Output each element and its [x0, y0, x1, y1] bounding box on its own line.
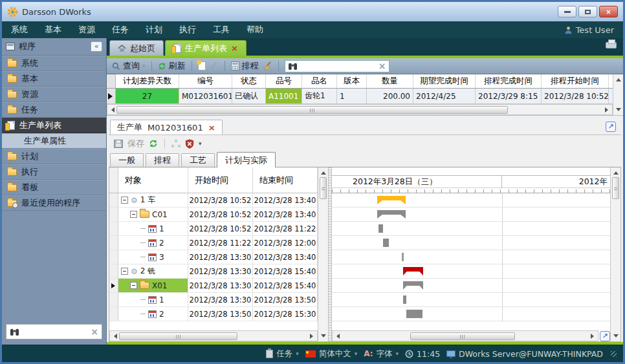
chevron-down-icon[interactable]: ▾ [199, 140, 202, 147]
scrollbar-thumb[interactable] [410, 332, 515, 340]
tab-production-order-list[interactable]: 生产单列表 × [165, 40, 247, 56]
scroll-down-icon[interactable] [616, 108, 621, 114]
menu-plan[interactable]: 计划 [146, 24, 162, 36]
validate-shield-icon[interactable] [185, 139, 194, 149]
gantt-vertical-scrollbar[interactable] [610, 167, 620, 341]
menu-execute[interactable]: 执行 [179, 24, 196, 36]
col-qty[interactable]: 数量 [367, 74, 413, 88]
gantt-summary-bar[interactable] [403, 281, 423, 290]
col-sched-finish[interactable]: 排程完成时间 [476, 74, 542, 88]
scroll-right-icon[interactable] [591, 334, 597, 339]
menu-resource[interactable]: 资源 [78, 24, 95, 36]
col-item-name[interactable]: 品名 [302, 74, 337, 88]
gantt-popout-icon[interactable]: ↗ [600, 331, 610, 341]
col-sched-start[interactable]: 排程开始时间 [542, 74, 609, 88]
current-user[interactable]: Test User [564, 25, 614, 35]
tree-row[interactable]: 1 2012/3/28 10:52 2012/3/28 11:22 [109, 222, 318, 236]
status-language-menu[interactable]: 简体中文 ▾ [305, 348, 358, 359]
sidebar-item-task[interactable]: 任务 [2, 102, 106, 118]
scroll-right-icon[interactable] [310, 334, 316, 339]
gantt-task-bar[interactable] [402, 253, 404, 261]
scrollbar-thumb[interactable] [320, 177, 327, 199]
tree-row[interactable]: ⚙ 2 铣 2012/3/28 13:30 2012/3/28 15:40 [109, 264, 318, 279]
clear-search-icon[interactable]: × [378, 61, 386, 71]
order-row[interactable]: 27 M012031601 已确认 A11001 齿轮1 1 200.00 20… [107, 89, 613, 104]
edit-pencil-icon[interactable] [210, 61, 219, 70]
close-button[interactable]: × [599, 6, 618, 17]
refresh-icon[interactable] [149, 139, 158, 148]
scroll-right-icon[interactable] [605, 107, 611, 112]
resize-grip[interactable] [611, 351, 617, 357]
menu-tools[interactable]: 工具 [213, 24, 230, 36]
scrollbar-thumb[interactable] [119, 332, 237, 340]
scroll-left-icon[interactable] [109, 107, 115, 112]
clear-search-icon[interactable]: × [91, 327, 98, 337]
gantt-task-bar[interactable] [406, 310, 422, 318]
refresh-button[interactable]: 刷新 [158, 60, 186, 72]
sidebar-item-plan[interactable]: 计划 [2, 149, 106, 164]
scroll-down-icon[interactable] [321, 334, 326, 340]
menu-system[interactable]: 系统 [11, 24, 28, 36]
new-record-icon[interactable] [198, 61, 206, 70]
sidebar-search-input[interactable] [23, 327, 87, 336]
scrollbar-thumb[interactable] [116, 106, 508, 114]
gantt-horizontal-scrollbar[interactable] [332, 330, 598, 341]
sidebar-item-basic[interactable]: 基本 [2, 71, 106, 87]
tree-row[interactable]: 3 2012/3/28 13:30 2012/3/28 13:40 [109, 250, 318, 264]
tab-scheduling[interactable]: 排程 [146, 153, 179, 167]
scroll-up-icon[interactable] [616, 76, 621, 81]
gantt-summary-bar[interactable] [377, 210, 406, 219]
tab-plan-vs-actual[interactable]: 计划与实际 [217, 152, 276, 167]
sidebar-item-production-order-props[interactable]: 生产单属性 [2, 133, 106, 149]
sidebar-item-recent-programs[interactable]: 最近使用的程序 [2, 195, 106, 211]
scroll-left-icon[interactable] [334, 334, 340, 339]
grid-vertical-scrollbar[interactable] [613, 74, 623, 115]
sidebar-item-board[interactable]: 看板 [2, 180, 106, 195]
gantt-task-bar[interactable] [403, 295, 406, 304]
tab-process[interactable]: 工艺 [181, 153, 215, 167]
col-diff-days[interactable]: 计划差异天数 [116, 74, 179, 88]
col-expect-finish[interactable]: 期望完成时间 [413, 74, 476, 88]
collapse-box-icon[interactable] [121, 268, 128, 275]
col-item-no[interactable]: 品号 [266, 74, 302, 88]
doc-tab-production-order[interactable]: 生产单 M012031601 × [110, 120, 223, 134]
tab-general[interactable]: 一般 [110, 153, 144, 167]
col-end-time[interactable]: 结束时间 [253, 167, 318, 193]
chevron-down-icon[interactable]: ▾ [142, 63, 146, 69]
tree-row[interactable]: C01 2012/3/28 10:52 2012/3/28 13:40 [109, 208, 318, 222]
col-version[interactable]: 版本 [337, 74, 367, 88]
tree-row[interactable]: ⚙ 1 车 2012/3/28 10:52 2012/3/28 13:40 [109, 193, 318, 208]
printer-icon[interactable] [606, 42, 617, 48]
col-start-time[interactable]: 开始时间 [188, 167, 253, 193]
maximize-button[interactable] [578, 6, 597, 17]
status-task-menu[interactable]: 任务 ▾ [266, 348, 299, 359]
sidebar-item-system[interactable]: 系统 [2, 56, 106, 71]
schedule-button[interactable]: 排程 [231, 60, 259, 72]
doc-tab-close-icon[interactable]: × [208, 123, 215, 133]
gantt-task-bar[interactable] [378, 224, 383, 233]
save-icon[interactable] [114, 140, 123, 148]
collapse-box-icon[interactable] [121, 197, 128, 204]
tree-horizontal-scrollbar[interactable] [109, 330, 318, 341]
menu-help[interactable]: 帮助 [247, 24, 263, 36]
tree-row-selected[interactable]: X01 2012/3/28 13:30 2012/3/28 15:40 [109, 279, 318, 293]
sidebar-collapse-button[interactable]: « [91, 41, 102, 52]
gantt-summary-bar[interactable] [403, 267, 423, 275]
collapse-box-icon[interactable] [130, 282, 137, 289]
tab-start-page[interactable]: 起始页 [109, 40, 164, 56]
col-object[interactable]: 对象 [118, 167, 188, 193]
scroll-up-icon[interactable] [321, 169, 326, 175]
flow-chart-icon[interactable] [171, 140, 181, 147]
tree-row[interactable]: 2 2012/3/28 13:50 2012/3/28 15:30 [109, 307, 318, 321]
status-font-menu[interactable]: A: 字体 ▾ [364, 348, 399, 359]
col-status[interactable]: 状态 [232, 74, 266, 88]
broom-icon[interactable] [263, 61, 272, 70]
gantt-summary-bar[interactable] [377, 196, 406, 204]
query-button[interactable]: 查询 ▾ [112, 60, 146, 72]
scroll-left-icon[interactable] [111, 334, 117, 339]
popout-icon[interactable]: ↗ [606, 122, 616, 132]
save-button[interactable]: 保存 [127, 138, 144, 149]
tab-close-icon[interactable]: × [231, 43, 238, 53]
grid-horizontal-scrollbar[interactable] [107, 104, 613, 115]
menu-basic[interactable]: 基本 [45, 24, 61, 36]
